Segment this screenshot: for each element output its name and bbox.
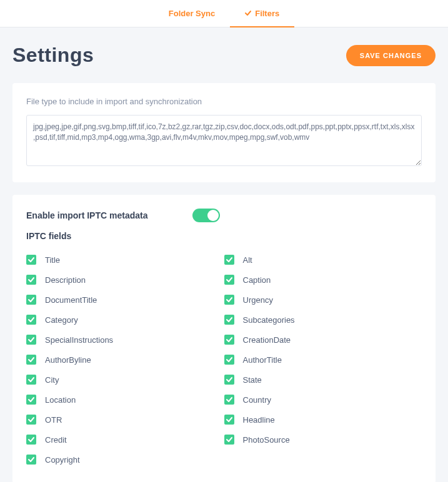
chk-label: AuthorTitle: [243, 355, 282, 365]
chk-label: OTR: [45, 415, 62, 425]
checkbox-icon: [26, 335, 36, 345]
page-header: Settings SAVE CHANGES: [12, 44, 436, 67]
chk-label: Headline: [243, 415, 275, 425]
chk-headline[interactable]: Headline: [224, 410, 422, 430]
checkbox-icon: [224, 315, 234, 325]
chk-creationdate[interactable]: CreationDate: [224, 330, 422, 350]
chk-credit[interactable]: Credit: [26, 430, 224, 450]
checkbox-icon: [26, 275, 36, 285]
checkbox-icon: [224, 275, 234, 285]
checkbox-icon: [224, 395, 234, 405]
chk-documenttitle[interactable]: DocumentTitle: [26, 290, 224, 310]
iptc-left-column: Title Description DocumentTitle Category…: [26, 250, 224, 470]
checkbox-icon: [26, 295, 36, 305]
checkbox-icon: [224, 295, 234, 305]
chk-label: State: [243, 375, 262, 385]
checkbox-icon: [26, 315, 36, 325]
chk-category[interactable]: Category: [26, 310, 224, 330]
chk-label: CreationDate: [243, 335, 291, 345]
chk-urgency[interactable]: Urgency: [224, 290, 422, 310]
checkbox-icon: [26, 375, 36, 385]
chk-subcategories[interactable]: Subcategories: [224, 310, 422, 330]
chk-authorbyline[interactable]: AuthorByline: [26, 350, 224, 370]
checkbox-icon: [26, 395, 36, 405]
checkbox-icon: [26, 355, 36, 365]
checkbox-icon: [224, 375, 234, 385]
check-icon: [245, 9, 251, 18]
chk-label: Location: [45, 395, 76, 405]
tab-folder-sync[interactable]: Folder Sync: [154, 0, 230, 27]
chk-label: Alt: [243, 255, 252, 265]
chk-state[interactable]: State: [224, 370, 422, 390]
checkbox-icon: [224, 355, 234, 365]
tab-filters[interactable]: Filters: [230, 0, 294, 27]
chk-label: DocumentTitle: [45, 295, 97, 305]
chk-description[interactable]: Description: [26, 270, 224, 290]
chk-photosource[interactable]: PhotoSource: [224, 430, 422, 450]
iptc-enable-toggle[interactable]: [192, 209, 220, 222]
chk-location[interactable]: Location: [26, 390, 224, 410]
chk-label: SpecialInstructions: [45, 335, 113, 345]
page-title: Settings: [12, 44, 94, 67]
chk-label: Copyright: [45, 455, 80, 465]
checkbox-icon: [224, 415, 234, 425]
chk-label: Description: [45, 275, 86, 285]
checkbox-icon: [26, 255, 36, 265]
chk-alt[interactable]: Alt: [224, 250, 422, 270]
tab-label: Filters: [255, 9, 279, 18]
chk-label: Category: [45, 315, 78, 325]
chk-label: City: [45, 375, 59, 385]
checkbox-icon: [224, 335, 234, 345]
checkbox-icon: [224, 435, 234, 445]
iptc-fields-grid: Title Description DocumentTitle Category…: [26, 250, 422, 470]
chk-label: Caption: [243, 275, 271, 285]
iptc-enable-label: Enable import IPTC metadata: [26, 210, 147, 220]
chk-country[interactable]: Country: [224, 390, 422, 410]
toggle-knob: [207, 210, 219, 221]
chk-caption[interactable]: Caption: [224, 270, 422, 290]
chk-title[interactable]: Title: [26, 250, 224, 270]
file-types-input[interactable]: jpg,jpeg,jpe,gif,png,svg,bmp,tiff,tif,ic…: [26, 115, 422, 166]
tab-bar: Folder Sync Filters: [0, 0, 448, 27]
chk-specialinstructions[interactable]: SpecialInstructions: [26, 330, 224, 350]
chk-otr[interactable]: OTR: [26, 410, 224, 430]
chk-label: Credit: [45, 435, 67, 445]
chk-label: Urgency: [243, 295, 273, 305]
chk-label: Subcategories: [243, 315, 295, 325]
chk-label: Title: [45, 255, 60, 265]
chk-label: Country: [243, 395, 272, 405]
chk-authortitle[interactable]: AuthorTitle: [224, 350, 422, 370]
iptc-card: Enable import IPTC metadata IPTC fields …: [12, 195, 436, 482]
checkbox-icon: [26, 435, 36, 445]
checkbox-icon: [224, 255, 234, 265]
iptc-fields-header: IPTC fields: [26, 231, 422, 241]
file-types-card: File type to include in import and synch…: [12, 83, 436, 182]
chk-copyright[interactable]: Copyright: [26, 450, 224, 470]
iptc-right-column: Alt Caption Urgency Subcategories Creati…: [224, 250, 422, 470]
chk-city[interactable]: City: [26, 370, 224, 390]
checkbox-icon: [26, 415, 36, 425]
tab-label: Folder Sync: [169, 9, 215, 18]
checkbox-icon: [26, 455, 36, 465]
file-types-label: File type to include in import and synch…: [26, 97, 422, 106]
save-changes-button[interactable]: SAVE CHANGES: [346, 45, 436, 66]
chk-label: AuthorByline: [45, 355, 91, 365]
chk-label: PhotoSource: [243, 435, 290, 445]
